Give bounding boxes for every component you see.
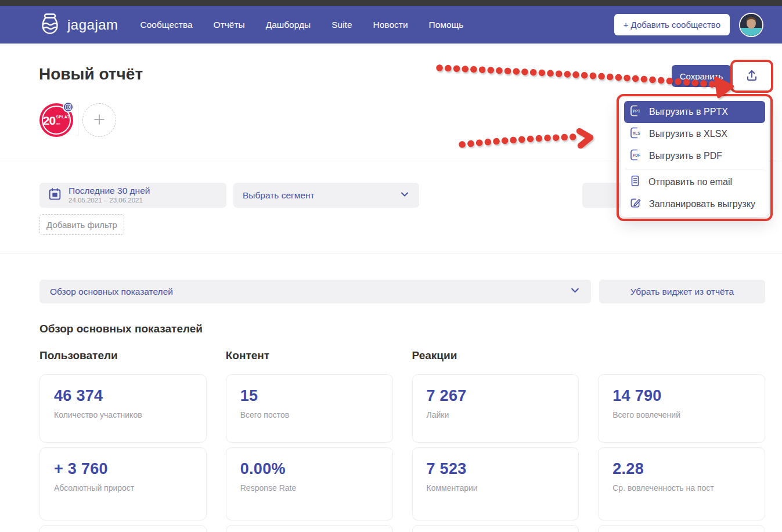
nav-item-news[interactable]: Новости [373, 20, 408, 30]
metric-label: Response Rate [240, 483, 379, 493]
plus-icon [92, 113, 106, 128]
metric-card: 46 374 Количество участников [39, 374, 207, 443]
metric-label: Абсолютный прирост [54, 483, 192, 493]
metric-value: 0.00% [240, 460, 379, 478]
metric-label: Всего вовлечений [612, 410, 751, 419]
metric-label: Комментарии [427, 483, 565, 493]
svg-text:PPT: PPT [633, 109, 640, 113]
metric-card: 7 267 Лайки [412, 374, 579, 443]
metric-value: + 3 760 [54, 460, 192, 478]
segment-placeholder: Выбрать сегмент [243, 190, 315, 201]
add-community-to-report-button[interactable] [82, 103, 116, 137]
user-avatar[interactable] [739, 13, 763, 37]
menu-item-send-email[interactable]: Отправить по email [624, 171, 765, 193]
metric-value: 7 523 [427, 460, 565, 478]
metric-label: Количество участников [54, 410, 192, 419]
instagram-badge-icon [63, 102, 74, 113]
metric-card: 2.28 Ср. вовлеченность на пост [598, 447, 765, 520]
avatar-divider [78, 104, 78, 136]
export-button-annotation-box [730, 60, 773, 93]
metric-value: 7 267 [427, 387, 565, 405]
metric-card: 0.00% Response Rate [226, 447, 393, 520]
nav-item-reports[interactable]: Отчёты [214, 20, 245, 30]
export-dropdown-menu: PPT Выгрузить в PPTX XLS Выгрузить в XLS… [621, 98, 769, 217]
pdf-file-icon: PDF [629, 149, 642, 164]
metric-value: 14 790 [612, 387, 751, 405]
metric-label: Ср. вовлеченность на пост [612, 483, 751, 493]
metric-card-partial [39, 525, 207, 532]
save-report-button[interactable]: Сохранить [672, 65, 731, 87]
export-button[interactable] [734, 64, 769, 89]
page-title: Новый отчёт [39, 65, 143, 84]
metric-card: 14 790 Всего вовлечений [598, 374, 765, 443]
group-header-empty [598, 349, 765, 362]
page: jagajam Сообщества Отчёты Дашборды Suite… [0, 0, 782, 532]
overview-heading: Обзор основных показателей [39, 323, 203, 335]
metric-value: 46 374 [54, 387, 192, 405]
svg-text:PDF: PDF [633, 153, 640, 157]
menu-item-schedule-export[interactable]: Запланировать выгрузку [624, 193, 765, 215]
menu-item-export-pptx[interactable]: PPT Выгрузить в PPTX [624, 101, 765, 123]
chevron-down-icon [399, 189, 410, 202]
add-filter-button[interactable]: Добавить фильтр [39, 214, 124, 235]
brand-name: jagajam [67, 17, 118, 33]
calendar-icon [48, 187, 62, 204]
widget-select-value: Обзор основных показателей [50, 287, 173, 297]
window-chrome-strip [0, 0, 782, 6]
metric-card-partial [412, 525, 579, 532]
menu-item-export-pdf[interactable]: PDF Выгрузить в PDF [624, 145, 765, 167]
brand-logo[interactable]: jagajam [38, 12, 118, 38]
main-navigation: Сообщества Отчёты Дашборды Suite Новости… [140, 20, 464, 30]
ppt-file-icon: PPT [629, 104, 642, 120]
metric-value: 15 [240, 387, 379, 405]
nav-item-suite[interactable]: Suite [331, 20, 352, 30]
add-community-button[interactable]: + Добавить сообщество [614, 14, 730, 35]
menu-item-export-xlsx[interactable]: XLS Выгрузить в XLSX [624, 123, 765, 145]
nav-item-dashboards[interactable]: Дашборды [266, 20, 311, 30]
metric-card: 7 523 Комментарии [412, 447, 579, 520]
metric-card-partial [598, 525, 765, 532]
dotted-arrow-to-export-menu [462, 131, 590, 146]
date-range-value: 24.05.2021 – 23.06.2021 [69, 197, 150, 204]
schedule-edit-icon [629, 197, 642, 212]
menu-divider [625, 169, 764, 169]
jagajam-jar-icon [38, 12, 62, 38]
date-range-filter[interactable]: Последние 30 дней 24.05.2021 – 23.06.202… [39, 183, 226, 208]
segment-select[interactable]: Выбрать сегмент [233, 183, 419, 208]
metric-group-headers: Пользователи Контент Реакции [39, 349, 765, 362]
chevron-down-icon [570, 285, 581, 298]
metric-card: + 3 760 Абсолютный прирост [39, 447, 207, 520]
nav-item-communities[interactable]: Сообщества [140, 20, 193, 30]
xls-file-icon: XLS [629, 126, 642, 142]
email-document-icon [629, 175, 641, 190]
metric-cards-grid: 46 374 Количество участников 15 Всего по… [39, 374, 765, 532]
top-navbar: jagajam Сообщества Отчёты Дашборды Suite… [0, 6, 782, 44]
svg-text:XLS: XLS [633, 131, 640, 135]
nav-item-help[interactable]: Помощь [429, 20, 464, 30]
group-header-content: Контент [226, 349, 393, 362]
metric-label: Всего постов [240, 410, 379, 419]
metric-card-partial [226, 525, 393, 532]
group-header-users: Пользователи [39, 349, 207, 362]
metric-card: 15 Всего постов [226, 374, 393, 443]
upload-icon [745, 68, 759, 84]
date-range-label: Последние 30 дней [69, 186, 150, 196]
metric-value: 2.28 [612, 460, 751, 478]
widget-select[interactable]: Обзор основных показателей [39, 280, 591, 303]
group-header-reactions: Реакции [412, 349, 579, 362]
section-divider [0, 254, 782, 254]
remove-widget-button[interactable]: Убрать виджет из отчёта [599, 280, 765, 303]
metric-label: Лайки [427, 410, 565, 419]
